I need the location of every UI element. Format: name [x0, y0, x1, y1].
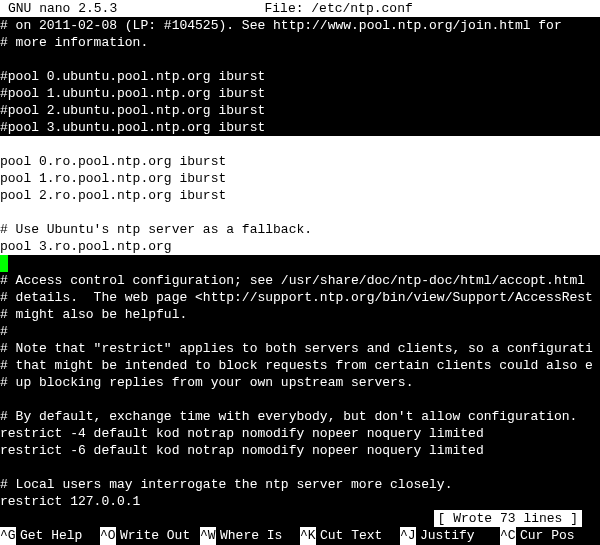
text-line: # might also be helpful.	[0, 306, 600, 323]
selected-line: pool 0.ro.pool.ntp.org iburst	[0, 153, 600, 170]
selected-line: # Use Ubuntu's ntp server as a fallback.	[0, 221, 600, 238]
text-line: # Access control configuration; see /usr…	[0, 272, 600, 289]
cursor	[0, 255, 8, 272]
shortcut-cur-pos[interactable]: ^CCur Pos	[500, 527, 600, 544]
shortcut-justify[interactable]: ^JJustify	[400, 527, 500, 544]
text-line: # By default, exchange time with everybo…	[0, 408, 600, 425]
text-line: # Note that "restrict" applies to both s…	[0, 340, 600, 357]
text-line: # up blocking replies from your own upst…	[0, 374, 600, 391]
text-line	[0, 51, 600, 68]
shortcut-label: Where Is	[216, 527, 282, 544]
shortcut-key: ^O	[100, 527, 116, 544]
shortcut-key: ^G	[0, 527, 16, 544]
selected-line	[0, 136, 600, 153]
shortcut-write-out[interactable]: ^OWrite Out	[100, 527, 200, 544]
text-line: #pool 2.ubuntu.pool.ntp.org iburst	[0, 102, 600, 119]
selected-line	[0, 204, 600, 221]
text-line: # details. The web page <http://support.…	[0, 289, 600, 306]
shortcut-row-1: ^GGet Help ^OWrite Out ^WWhere Is ^KCut …	[0, 527, 600, 544]
file-path: /etc/ntp.conf	[311, 0, 412, 17]
shortcut-key: ^J	[400, 527, 416, 544]
text-line: # Local users may interrogate the ntp se…	[0, 476, 600, 493]
status-bar: [ Wrote 73 lines ]	[0, 510, 600, 527]
text-line: #	[0, 323, 600, 340]
titlebar: GNU nano 2.5.3 File: /etc/ntp.conf	[0, 0, 600, 17]
shortcut-key: ^W	[200, 527, 216, 544]
editor-content[interactable]: # on 2011-02-08 (LP: #104525). See http:…	[0, 17, 600, 510]
shortcut-label: Get Help	[16, 527, 82, 544]
selected-line: pool 1.ro.pool.ntp.org iburst	[0, 170, 600, 187]
text-line: # more information.	[0, 34, 600, 51]
shortcut-where-is[interactable]: ^WWhere Is	[200, 527, 300, 544]
shortcut-label: Cut Text	[316, 527, 382, 544]
shortcut-get-help[interactable]: ^GGet Help	[0, 527, 100, 544]
selected-line: pool 3.ro.pool.ntp.org	[0, 238, 600, 255]
shortcut-key: ^C	[500, 527, 516, 544]
shortcut-label: Write Out	[116, 527, 190, 544]
text-line: #pool 0.ubuntu.pool.ntp.org iburst	[0, 68, 600, 85]
shortcut-key: ^K	[300, 527, 316, 544]
text-line: #pool 3.ubuntu.pool.ntp.org iburst	[0, 119, 600, 136]
shortcut-cut-text[interactable]: ^KCut Text	[300, 527, 400, 544]
text-line: restrict -4 default kod notrap nomodify …	[0, 425, 600, 442]
shortcut-label: Justify	[416, 527, 475, 544]
text-line	[0, 391, 600, 408]
status-message: [ Wrote 73 lines ]	[434, 510, 582, 527]
file-label: File:	[265, 0, 312, 17]
text-line: # on 2011-02-08 (LP: #104525). See http:…	[0, 17, 600, 34]
text-line: restrict -6 default kod notrap nomodify …	[0, 442, 600, 459]
text-line: restrict 127.0.0.1	[0, 493, 600, 510]
text-line: # that might be intended to block reques…	[0, 357, 600, 374]
cursor-line	[0, 255, 600, 272]
text-line: #pool 1.ubuntu.pool.ntp.org iburst	[0, 85, 600, 102]
selected-line: pool 2.ro.pool.ntp.org iburst	[0, 187, 600, 204]
text-line	[0, 459, 600, 476]
shortcut-label: Cur Pos	[516, 527, 575, 544]
app-name: GNU nano 2.5.3	[0, 0, 117, 17]
